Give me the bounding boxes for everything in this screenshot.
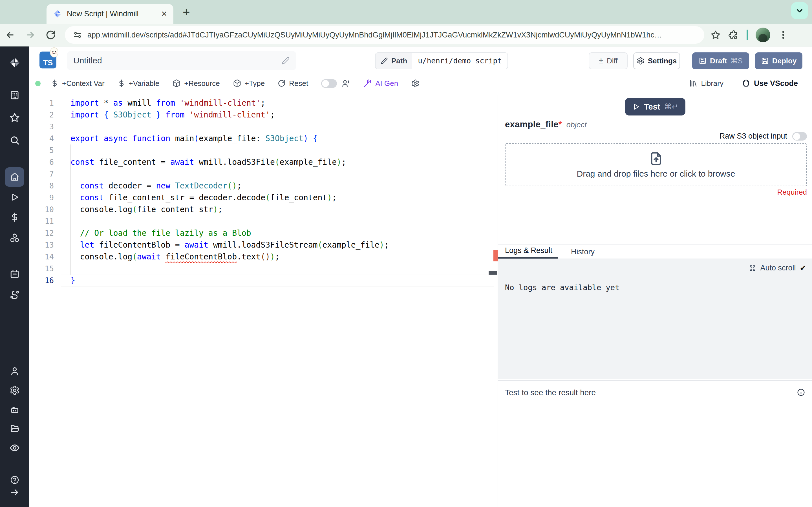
ai-gen-label: AI Gen — [375, 79, 398, 88]
code-line[interactable]: const file_content = await wmill.loadS3F… — [70, 156, 498, 168]
vscode-cat-icon — [742, 79, 751, 88]
sidebar-item-users[interactable] — [0, 362, 29, 381]
add-type-label: +Type — [245, 79, 265, 88]
horizontal-scrollbar-thumb[interactable] — [489, 271, 497, 275]
sidebar-item-variables[interactable] — [0, 208, 29, 227]
test-shortcut: ⌘↵ — [664, 102, 678, 111]
line-number: 1 — [29, 97, 61, 109]
path-pill[interactable]: Path u/henri/demo_script — [375, 52, 508, 69]
extensions-puzzle-icon[interactable] — [728, 30, 739, 40]
info-icon[interactable] — [797, 388, 805, 397]
windmill-logo[interactable] — [0, 53, 29, 72]
profile-avatar[interactable] — [756, 27, 770, 42]
tab-history[interactable]: History — [571, 247, 600, 259]
bookmark-star-icon[interactable] — [711, 30, 721, 40]
code-line[interactable]: import * as wmill from 'windmill-client'… — [70, 97, 498, 109]
sidebar-item-help[interactable] — [0, 474, 29, 486]
code-line[interactable]: export async function main(example_file:… — [70, 133, 498, 145]
editor-settings-gear[interactable] — [411, 79, 419, 88]
code-line[interactable]: // Or load the file lazily as a Blob — [70, 227, 498, 239]
sidebar-item-folders[interactable] — [0, 419, 29, 438]
new-tab-button[interactable]: + — [183, 5, 190, 19]
reset-label: Reset — [289, 79, 308, 88]
tab-logs-result[interactable]: Logs & Result — [498, 246, 558, 259]
sidebar-item-search[interactable] — [0, 131, 29, 150]
code-line[interactable] — [70, 263, 498, 275]
play-icon — [632, 103, 640, 111]
sidebar-item-workers[interactable] — [0, 400, 29, 419]
code-line[interactable]: const file_content_str = decoder.decode(… — [70, 192, 498, 204]
url-bar[interactable]: app.windmill.dev/scripts/add#JTdCJTIyaGF… — [65, 26, 704, 44]
code-line[interactable]: let fileContentBlob = await wmill.loadS3… — [70, 239, 498, 251]
test-button[interactable]: Test ⌘↵ — [625, 98, 686, 115]
site-controls-icon[interactable] — [73, 30, 82, 40]
tab-search-button[interactable] — [791, 2, 808, 19]
add-context-var-button[interactable]: +Context Var — [51, 79, 105, 88]
workspace-content: 12345678910111213141516 import * as wmil… — [29, 95, 812, 507]
settings-button[interactable]: Settings — [633, 52, 680, 69]
tab-close-icon[interactable]: ✕ — [161, 10, 167, 18]
checkmark-icon[interactable]: ✔ — [800, 263, 806, 273]
code-line[interactable]: console.log(file_content_str); — [70, 204, 498, 216]
path-label: Path — [391, 57, 407, 65]
line-number: 15 — [29, 263, 61, 275]
ai-gen-button[interactable]: AI Gen — [363, 79, 398, 88]
sidebar-item-favorites[interactable] — [0, 108, 29, 127]
edit-pencil-icon[interactable] — [282, 56, 290, 65]
code-line[interactable] — [70, 216, 498, 227]
script-title-input[interactable]: Untitled — [67, 51, 296, 70]
line-number: 13 — [29, 239, 61, 251]
code-line[interactable] — [70, 145, 498, 156]
code-line[interactable]: } — [70, 275, 498, 286]
raw-s3-label: Raw S3 object input — [719, 132, 787, 140]
logs-tabs: Logs & Result History — [498, 244, 812, 259]
line-number: 8 — [29, 180, 61, 192]
library-label: Library — [701, 79, 723, 88]
sidebar-expand-arrow-icon[interactable] — [0, 486, 29, 499]
sidebar-item-resources[interactable] — [0, 228, 29, 247]
code-editor[interactable]: 12345678910111213141516 import * as wmil… — [29, 95, 498, 507]
code-line[interactable] — [70, 168, 498, 180]
diff-icon: ± — [599, 56, 603, 65]
add-type-button[interactable]: +Type — [233, 79, 265, 88]
main-area: TS Untitled Path — [29, 47, 812, 507]
autoscroll-control[interactable]: Auto scroll ✔ — [749, 263, 806, 273]
sidebar-item-workspace[interactable] — [0, 86, 29, 105]
code-line[interactable]: const decoder = new TextDecoder(); — [70, 180, 498, 192]
diff-mode-toggle[interactable] — [321, 79, 337, 88]
sidebar-divider — [0, 70, 29, 70]
browser-menu-kebab-icon[interactable] — [778, 30, 788, 40]
code-line[interactable]: console.log(await fileContentBlob.text()… — [70, 251, 498, 263]
deploy-button[interactable]: Deploy — [755, 52, 802, 69]
code-line[interactable] — [70, 121, 498, 133]
sidebar-item-schedules[interactable] — [0, 265, 29, 284]
file-upload-icon — [649, 151, 664, 166]
add-resource-button[interactable]: +Resource — [172, 79, 220, 88]
use-vscode-label: Use VScode — [754, 79, 798, 88]
code-line[interactable]: import { S3Object } from 'windmill-clien… — [70, 109, 498, 121]
draft-button[interactable]: Draft ⌘S — [692, 52, 749, 69]
sidebar-item-runs[interactable] — [0, 187, 29, 207]
reset-button[interactable]: Reset — [278, 79, 308, 88]
editor-code[interactable]: import * as wmill from 'windmill-client'… — [70, 97, 498, 286]
add-variable-button[interactable]: +Variable — [117, 79, 160, 88]
line-number: 3 — [29, 121, 61, 133]
raw-s3-toggle[interactable] — [792, 132, 807, 140]
use-vscode-button[interactable]: Use VScode — [742, 79, 798, 88]
line-number: 11 — [29, 216, 61, 227]
back-icon[interactable] — [0, 30, 20, 40]
sidebar-item-settings[interactable] — [0, 381, 29, 400]
reload-icon[interactable] — [41, 30, 61, 40]
sidebar-item-audit-logs[interactable] — [0, 438, 29, 457]
forward-icon[interactable] — [20, 30, 41, 40]
library-button[interactable]: Library — [689, 79, 723, 88]
sidebar-item-home[interactable] — [0, 167, 29, 186]
sidebar-item-flows[interactable] — [0, 285, 29, 304]
line-number: 6 — [29, 156, 61, 168]
expand-icon[interactable] — [749, 265, 756, 272]
panel-splitter-handle[interactable] — [493, 250, 498, 262]
diff-button[interactable]: ± Diff — [589, 52, 627, 69]
multiplayer-icon[interactable] — [342, 79, 350, 88]
file-dropzone[interactable]: Drag and drop files here or click to bro… — [505, 144, 807, 186]
browser-tab[interactable]: New Script | Windmill ✕ — [47, 4, 173, 24]
